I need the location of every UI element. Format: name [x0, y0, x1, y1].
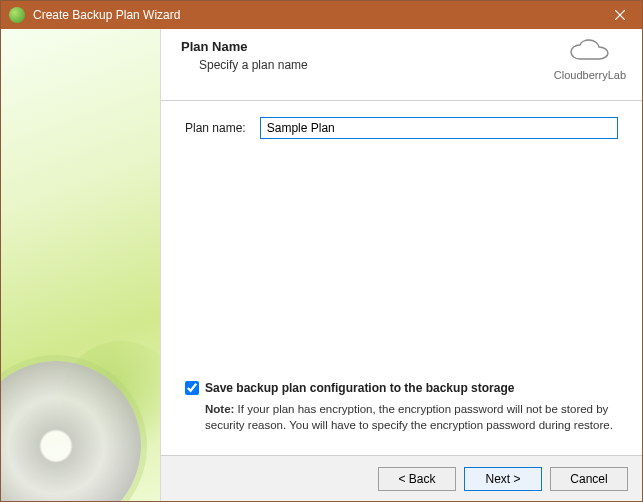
plan-name-label: Plan name: — [185, 121, 246, 135]
save-option-block: Save backup plan configuration to the ba… — [185, 381, 618, 443]
back-button[interactable]: < Back — [378, 467, 456, 491]
cancel-button[interactable]: Cancel — [550, 467, 628, 491]
save-config-row: Save backup plan configuration to the ba… — [185, 381, 618, 395]
cloud-icon — [566, 39, 614, 67]
plan-name-row: Plan name: — [185, 117, 618, 139]
content-area: Plan name: Save backup plan configuratio… — [161, 101, 642, 455]
close-icon — [615, 10, 625, 20]
window-title: Create Backup Plan Wizard — [33, 8, 598, 22]
footer-buttons: < Back Next > Cancel — [161, 455, 642, 501]
save-config-note: Note: If your plan has encryption, the e… — [185, 401, 618, 433]
side-graphic — [1, 29, 161, 501]
app-icon — [9, 7, 25, 23]
brand-label: CloudberryLab — [554, 69, 626, 81]
wizard-window: Create Backup Plan Wizard Plan Name Spec… — [0, 0, 643, 502]
save-config-checkbox[interactable] — [185, 381, 199, 395]
save-config-label: Save backup plan configuration to the ba… — [205, 381, 514, 395]
step-header: Plan Name Specify a plan name Cloudberry… — [161, 29, 642, 101]
next-button[interactable]: Next > — [464, 467, 542, 491]
note-text: If your plan has encryption, the encrypt… — [205, 403, 613, 431]
main-panel: Plan Name Specify a plan name Cloudberry… — [161, 29, 642, 501]
titlebar: Create Backup Plan Wizard — [1, 1, 642, 29]
note-prefix: Note: — [205, 403, 234, 415]
plan-name-input[interactable] — [260, 117, 618, 139]
body-area: Plan Name Specify a plan name Cloudberry… — [1, 29, 642, 501]
close-button[interactable] — [598, 1, 642, 29]
brand-block: CloudberryLab — [554, 39, 626, 81]
